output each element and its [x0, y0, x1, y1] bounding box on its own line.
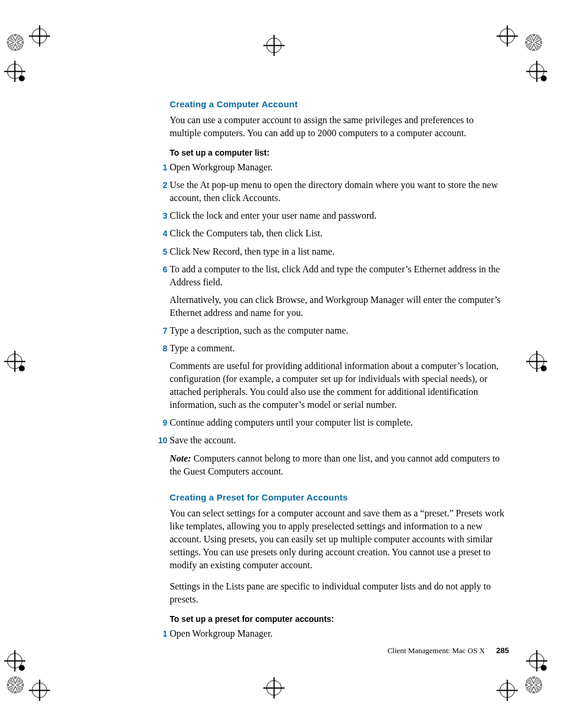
crop-mark-icon [266, 680, 296, 710]
step-text: Save the account. [170, 434, 507, 447]
step-text: Open Workgroup Manager. [170, 627, 507, 640]
task-heading: To set up a preset for computer accounts… [170, 614, 507, 624]
list-item: 2 Use the At pop-up menu to open the dir… [170, 179, 507, 205]
crop-mark-icon [529, 653, 558, 683]
step-text: Click New Record, then type in a list na… [170, 245, 507, 258]
list-item: 6 To add a computer to the list, click A… [170, 263, 507, 319]
crop-mark-icon [500, 683, 529, 712]
list-item: 10 Save the account. Note: Computers can… [170, 434, 507, 477]
step-list: 1 Open Workgroup Manager. [170, 627, 507, 640]
list-item: 5 Click New Record, then type in a list … [170, 245, 507, 258]
step-subtext: Alternatively, you can click Browse, and… [170, 294, 507, 319]
crop-mark-icon [529, 354, 558, 383]
step-number: 7 [153, 324, 167, 337]
list-item: 4 Click the Computers tab, then click Li… [170, 227, 507, 240]
step-text: Type a comment. [170, 342, 507, 355]
note: Note: Computers cannot belong to more th… [170, 452, 507, 478]
step-number: 1 [153, 627, 167, 640]
step-number: 3 [153, 209, 167, 222]
task-heading: To set up a computer list: [170, 148, 507, 157]
step-text: Open Workgroup Manager. [170, 161, 507, 174]
footer-label: Client Management: Mac OS X [388, 646, 485, 655]
crop-mark-icon [7, 64, 37, 93]
step-subtext: Comments are useful for providing additi… [170, 360, 507, 411]
body-text: Settings in the Lists pane are specific … [170, 580, 507, 606]
crop-mark-icon [32, 28, 61, 58]
crop-mark-icon [525, 677, 555, 706]
crop-mark-icon [7, 354, 37, 383]
step-list: 1 Open Workgroup Manager. 2 Use the At p… [170, 161, 507, 478]
step-number: 5 [153, 245, 167, 258]
list-item: 7 Type a description, such as the comput… [170, 324, 507, 337]
crop-mark-icon [7, 34, 37, 64]
step-number: 8 [153, 342, 167, 355]
step-number: 10 [153, 434, 167, 447]
step-text: Click the lock and enter your user name … [170, 209, 507, 222]
step-text: Type a description, such as the computer… [170, 324, 507, 337]
list-item: 1 Open Workgroup Manager. [170, 627, 507, 640]
crop-mark-icon [7, 653, 37, 683]
crop-mark-icon [32, 683, 61, 712]
note-text: Computers cannot belong to more than one… [170, 453, 500, 476]
step-number: 1 [153, 161, 167, 174]
crop-mark-icon [529, 64, 558, 93]
crop-mark-icon [500, 28, 529, 58]
step-number: 6 [153, 263, 167, 276]
list-item: 8 Type a comment. Comments are useful fo… [170, 342, 507, 411]
step-number: 2 [153, 179, 167, 192]
step-text: To add a computer to the list, click Add… [170, 263, 507, 289]
list-item: 1 Open Workgroup Manager. [170, 161, 507, 174]
step-text: Use the At pop-up menu to open the direc… [170, 179, 507, 205]
body-text: You can select settings for a computer a… [170, 507, 507, 572]
step-number: 9 [153, 416, 167, 429]
crop-mark-icon [525, 34, 555, 64]
crop-mark-icon [7, 677, 37, 706]
step-text: Click the Computers tab, then click List… [170, 227, 507, 240]
step-number: 4 [153, 227, 167, 240]
section-heading: Creating a Preset for Computer Accounts [170, 492, 507, 502]
page-number: 285 [487, 646, 509, 655]
body-text: You can use a computer account to assign… [170, 114, 507, 140]
page-content: Creating a Computer Account You can use … [170, 99, 507, 648]
note-label: Note: [170, 453, 191, 463]
list-item: 9 Continue adding computers until your c… [170, 416, 507, 429]
list-item: 3 Click the lock and enter your user nam… [170, 209, 507, 222]
section-heading: Creating a Computer Account [170, 99, 507, 109]
crop-mark-icon [266, 38, 296, 67]
step-text: Continue adding computers until your com… [170, 416, 507, 429]
page-footer: Client Management: Mac OS X 285 [0, 646, 509, 655]
